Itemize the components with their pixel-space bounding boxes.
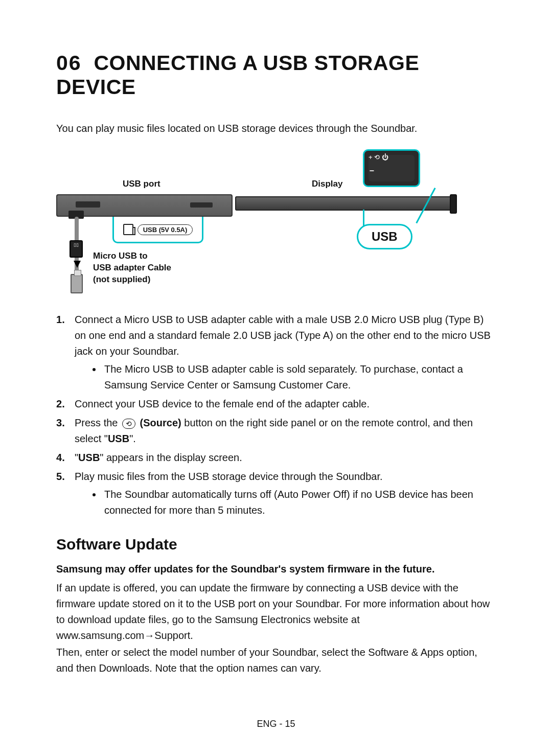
step-1: Connect a Micro USB to USB adapter cable…	[56, 312, 496, 393]
step-2: Connect your USB device to the female en…	[56, 396, 496, 412]
remote-control-icon: + ⟲ ⏻ –	[363, 149, 420, 187]
usb-text: USB	[78, 452, 100, 463]
chapter-title: CONNECTING A USB STORAGE DEVICE	[56, 51, 419, 99]
step-text: Play music files from the USB storage de…	[75, 471, 383, 482]
step-5: Play music files from the USB storage de…	[56, 469, 496, 518]
soundbar-end-icon	[450, 194, 457, 214]
page-footer: ENG - 15	[0, 719, 552, 729]
chapter-number: 06	[56, 51, 82, 75]
usb-display-callout: USB	[357, 224, 412, 249]
step-text: Press the	[75, 417, 121, 428]
step-text: " appears in the display screen.	[100, 452, 242, 463]
software-paragraph: If an update is offered, you can update …	[56, 580, 496, 644]
software-lead: Samsung may offer updates for the Soundb…	[56, 561, 496, 577]
usb-port-spec: USB (5V 0.5A)	[137, 224, 193, 235]
step-3: Press the ⟲ (Source) button on the right…	[56, 415, 496, 447]
micro-usb-port-caption: USB (5V 0.5A)	[112, 220, 203, 239]
intro-text: You can play music files located on USB …	[56, 121, 496, 136]
usb-text: USB	[108, 433, 129, 444]
manual-page: 06 CONNECTING A USB STORAGE DEVICE You c…	[0, 0, 552, 756]
usb-port-label: USB port	[123, 179, 160, 189]
step-text: Connect a Micro USB to USB adapter cable…	[75, 314, 491, 357]
adapter-cable-label: Micro USB to USB adapter Cable (not supp…	[93, 250, 171, 286]
cable-label-line: (not supplied)	[93, 274, 171, 286]
step-5-notes: The Soundbar automatically turns off (Au…	[75, 487, 496, 518]
section-heading: 06 CONNECTING A USB STORAGE DEVICE	[56, 51, 496, 99]
cable-label-line: USB adapter Cable	[93, 262, 171, 274]
note-text: The Soundbar automatically turns off (Au…	[102, 487, 496, 518]
connection-diagram: USB port Display + ⟲ ⏻ – USB (5V 0.5A) U…	[56, 149, 496, 303]
note-text: The Micro USB to USB adapter cable is so…	[102, 361, 496, 393]
usb-a-jack-icon: ▯▯	[70, 240, 83, 258]
step-1-notes: The Micro USB to USB adapter cable is so…	[75, 361, 496, 393]
source-label: (Source)	[140, 417, 181, 428]
step-4: "USB" appears in the display screen.	[56, 450, 496, 466]
step-text: ".	[129, 433, 136, 444]
instruction-list: Connect a Micro USB to USB adapter cable…	[56, 312, 496, 518]
software-update-heading: Software Update	[56, 536, 496, 553]
software-paragraph: Then, enter or select the model number o…	[56, 645, 496, 676]
soundbar-front-icon	[235, 196, 455, 211]
usb-port-icon	[123, 224, 133, 235]
source-button-icon: ⟲	[122, 419, 135, 429]
remote-glyphs: + ⟲ ⏻	[369, 154, 388, 161]
display-label: Display	[312, 179, 342, 189]
step-text: Connect your USB device to the female en…	[75, 398, 370, 409]
arrow-down-icon	[74, 261, 81, 268]
usb-drive-icon	[71, 274, 83, 293]
cable-label-line: Micro USB to	[93, 250, 171, 262]
